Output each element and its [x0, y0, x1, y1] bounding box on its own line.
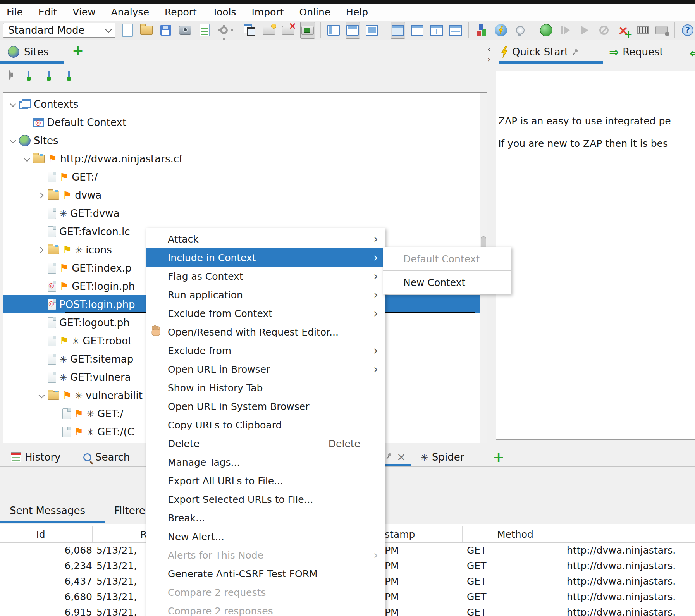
menu-report[interactable]: Report — [165, 7, 197, 18]
pin-icon[interactable] — [572, 48, 578, 55]
import-context-button[interactable] — [48, 71, 50, 79]
column-separator[interactable] — [564, 526, 564, 542]
menu-item-export-selected-urls[interactable]: Export Selected URLs to File... — [146, 490, 385, 509]
menu-item-new-alert[interactable]: New Alert... — [146, 527, 385, 546]
mode-select-value: Standard Mode — [8, 24, 84, 36]
split-horizontal-button[interactable] — [449, 22, 463, 39]
quick-start-tab-underline — [499, 61, 603, 64]
session-lock-button[interactable] — [655, 22, 669, 39]
tab-request[interactable]: Request — [609, 41, 664, 63]
tab-sent-messages[interactable]: Sent Messages — [10, 501, 85, 521]
tab-spider[interactable]: Spider — [420, 447, 464, 467]
add-bottom-tab-button[interactable] — [493, 450, 504, 464]
file-icon — [48, 317, 56, 328]
tree-node-default-context[interactable]: Default Context — [3, 113, 480, 131]
menu-item-delete[interactable]: DeleteDelete — [146, 434, 385, 453]
column-header-id[interactable]: Id — [23, 526, 58, 542]
tree-node-sites[interactable]: Sites — [3, 131, 480, 150]
hud-light-button[interactable] — [261, 22, 276, 39]
target-scope-button[interactable] — [9, 71, 11, 79]
export-context-button[interactable] — [68, 71, 70, 79]
menu-analyse[interactable]: Analyse — [111, 7, 149, 18]
maximize-tabs-button[interactable] — [391, 22, 405, 39]
submenu-item-new-context[interactable]: New Context — [383, 271, 511, 294]
hud-on-button[interactable] — [300, 22, 315, 39]
menu-online[interactable]: Online — [299, 7, 330, 18]
hint-button[interactable] — [513, 22, 528, 39]
active-tab-close-icon[interactable] — [397, 452, 406, 463]
menu-tools[interactable]: Tools — [212, 7, 236, 18]
column-header-resp-timestamp[interactable]: stamp — [385, 526, 415, 542]
menu-item-manage-tags[interactable]: Manage Tags... — [146, 453, 385, 471]
menu-item-open-resend[interactable]: Open/Resend with Request Editor... — [146, 323, 385, 341]
column-separator[interactable] — [92, 526, 93, 542]
options-button[interactable] — [217, 22, 231, 39]
session-properties-button[interactable] — [197, 22, 212, 39]
menu-item-generate-anticsrf[interactable]: Generate Anti-CSRF Test FORM — [146, 564, 385, 583]
mode-select[interactable]: Standard Mode — [3, 23, 115, 38]
help-button[interactable] — [680, 22, 695, 39]
scroll-tabs-left-icon[interactable]: ‹ — [487, 45, 491, 53]
restore-tabs-button[interactable] — [410, 22, 425, 39]
menu-item-include-in-context[interactable]: Include in Context — [146, 248, 385, 267]
record-button[interactable] — [539, 22, 554, 39]
continue-button[interactable] — [577, 22, 592, 39]
tree-node-contexts[interactable]: Contexts — [3, 95, 480, 113]
tree-node-dvwa[interactable]: dvwa — [3, 186, 480, 204]
expander-down-icon[interactable] — [10, 101, 16, 107]
active-tab-pin-icon[interactable] — [386, 453, 392, 459]
menu-item-copy-urls[interactable]: Copy URLs to Clipboard — [146, 416, 385, 434]
menu-item-exclude-from[interactable]: Exclude from — [146, 341, 385, 360]
menu-view[interactable]: View — [72, 7, 95, 18]
menu-item-run-application[interactable]: Run application — [146, 286, 385, 304]
session-snapshot-button[interactable] — [178, 22, 193, 39]
scan-policy-button[interactable] — [474, 22, 489, 39]
check-for-updates-button[interactable] — [494, 22, 508, 39]
menu-item-attack[interactable]: Attack — [146, 230, 385, 248]
tab-quick-start[interactable]: Quick Start — [501, 41, 578, 63]
split-vertical-button[interactable] — [429, 22, 444, 39]
tab-filtered-messages[interactable]: Filtere — [114, 501, 145, 521]
layout-top-button[interactable] — [346, 22, 360, 39]
request-tab-label: Request — [623, 46, 664, 58]
column-header-method[interactable]: Method — [490, 526, 540, 542]
expander-right-icon[interactable] — [38, 247, 45, 253]
add-break-button[interactable]: × — [616, 22, 631, 39]
layout-left-button[interactable] — [326, 22, 341, 39]
hud-off-button[interactable] — [281, 22, 296, 39]
menu-help[interactable]: Help — [346, 7, 368, 18]
new-context-button[interactable] — [28, 71, 29, 79]
tree-node-get-root[interactable]: GET:/ — [3, 168, 480, 186]
scroll-tabs-right-icon[interactable]: › — [487, 55, 491, 64]
expander-right-icon[interactable] — [38, 192, 45, 198]
menu-import[interactable]: Import — [251, 7, 284, 18]
tab-search[interactable]: Search — [83, 447, 130, 467]
expander-down-icon[interactable] — [24, 156, 30, 162]
column-separator[interactable] — [462, 526, 463, 542]
menu-item-break[interactable]: Break... — [146, 509, 385, 527]
tree-node-get-dvwa[interactable]: GET:dvwa — [3, 204, 480, 222]
expander-down-icon[interactable] — [38, 392, 45, 399]
file-icon — [62, 427, 71, 437]
tab-history[interactable]: History — [11, 447, 61, 467]
manage-add-ons-button[interactable] — [243, 22, 257, 39]
menu-item-open-url-in-browser[interactable]: Open URL in Browser — [146, 360, 385, 379]
menu-item-exclude-from-context[interactable]: Exclude from Context — [146, 304, 385, 323]
tree-node-site-root[interactable]: http://dvwa.ninjastars.cf — [3, 150, 480, 168]
add-sites-tab-button[interactable] — [72, 43, 84, 57]
open-session-button[interactable] — [139, 22, 154, 39]
menu-edit[interactable]: Edit — [38, 7, 57, 18]
menu-item-show-in-history-tab[interactable]: Show in History Tab — [146, 379, 385, 397]
menu-file[interactable]: File — [7, 7, 23, 18]
persist-session-button[interactable] — [158, 22, 173, 39]
menu-item-export-all-urls[interactable]: Export All URLs to File... — [146, 471, 385, 490]
expander-down-icon[interactable] — [10, 138, 16, 144]
drop-button[interactable] — [597, 22, 611, 39]
layout-full-button[interactable] — [365, 22, 379, 39]
menu-item-flag-as-context[interactable]: Flag as Context — [146, 267, 385, 286]
tab-sites[interactable]: Sites — [8, 41, 48, 63]
new-session-button[interactable] — [120, 22, 135, 39]
keyboard-button[interactable] — [635, 22, 650, 39]
menu-item-open-url-system-browser[interactable]: Open URL in System Browser — [146, 397, 385, 416]
step-button[interactable] — [558, 22, 573, 39]
